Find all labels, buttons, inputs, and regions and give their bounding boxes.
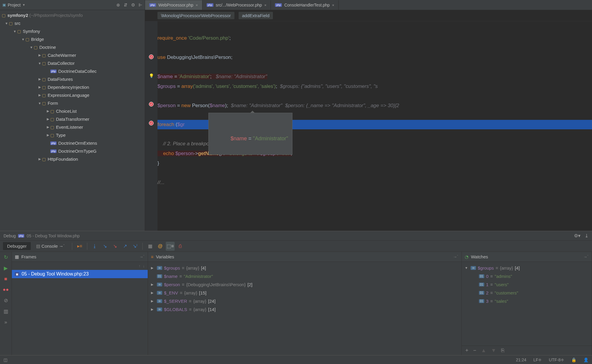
show-exec-point-icon[interactable]: ▸≡	[75, 242, 84, 251]
tab-debugger[interactable]: Debugger	[3, 242, 31, 250]
expand-arrow-icon[interactable]: ▼	[465, 266, 469, 270]
tree-arrow-icon[interactable]: ▼	[21, 38, 25, 41]
clipboard-icon[interactable]: ⎙	[176, 242, 185, 251]
more-icon[interactable]: »	[4, 319, 7, 325]
up-icon[interactable]: ▲	[481, 347, 486, 354]
tree-row[interactable]: ▼▢DataCollector	[0, 59, 145, 67]
step-out-icon[interactable]: ↗	[120, 242, 129, 251]
line-ending[interactable]: LF≑	[533, 357, 542, 362]
view-breakpoints-icon[interactable]: ●●	[3, 287, 9, 293]
tree-arrow-icon[interactable]: ▼	[12, 30, 17, 33]
sort-icon[interactable]: ⬚≡	[166, 242, 175, 251]
tree-arrow-icon[interactable]: ▶	[46, 109, 50, 113]
expand-arrow-icon[interactable]: ▶	[151, 283, 155, 286]
tree-row[interactable]: ▶▢Type	[0, 131, 145, 139]
tree-row[interactable]: ▼▢Symfony	[0, 27, 145, 35]
add-watch-icon[interactable]: +	[465, 347, 469, 354]
step-over-icon[interactable]: ⭳	[90, 242, 99, 251]
gutter[interactable]: ✓ 💡 ✓ ✓	[145, 21, 157, 231]
frame-row[interactable]: ▣ 05 - Debug Tool Window.php:23	[12, 270, 148, 278]
variable-row[interactable]: 013 = "sales"	[465, 297, 589, 305]
close-icon[interactable]: ×	[332, 3, 334, 7]
editor-tab[interactable]: phpWebProcessor.php×	[145, 0, 202, 10]
remove-watch-icon[interactable]: −	[473, 347, 477, 354]
lock-icon[interactable]: 🔒	[571, 357, 576, 362]
tree-arrow-icon[interactable]: ▶	[46, 133, 50, 137]
variable-row[interactable]: ▶⁞≡$_SERVER = {array} [24]	[151, 297, 459, 305]
variable-row[interactable]: ▼⁞≡$groups = {array} [4]	[465, 264, 589, 272]
breadcrumb[interactable]: \Monolog\Processor\WebProcessor	[157, 12, 234, 19]
code-content[interactable]: require_once 'Code/Person.php'; use Debu…	[157, 21, 592, 231]
tree-row[interactable]: ▼▢Form	[0, 99, 145, 107]
tree-arrow-icon[interactable]: ▶	[37, 77, 42, 81]
bulb-icon[interactable]: 💡	[149, 73, 154, 78]
gear-icon[interactable]: ⚙▾	[574, 233, 580, 239]
expand-arrow-icon[interactable]: ▶	[151, 291, 155, 295]
tree-row[interactable]: phpDoctrineOrmTypeG	[0, 147, 145, 155]
chevron-down-icon[interactable]: ▼	[22, 3, 25, 7]
tree-arrow-icon[interactable]: ▶	[37, 157, 42, 161]
code-editor[interactable]: ✓ 💡 ✓ ✓ require_once 'Code/Person.php'; …	[145, 21, 592, 231]
run-to-cursor-icon[interactable]: ↘ᴵ	[131, 242, 139, 251]
tree-arrow-icon[interactable]: ▶	[37, 93, 42, 97]
tree-row[interactable]: ▶▢EventListener	[0, 123, 145, 131]
expand-arrow-icon[interactable]: ▶	[151, 266, 155, 270]
tree-row[interactable]: ▼▢src	[0, 19, 145, 27]
copy-icon[interactable]: ⎘	[501, 347, 504, 354]
tool-window-icon[interactable]: ◫	[4, 357, 7, 362]
pin-icon[interactable]: →˙	[583, 255, 589, 259]
tree-row[interactable]: ▶▢ExpressionLanguage	[0, 91, 145, 99]
force-step-into-icon[interactable]: ↘	[110, 242, 119, 251]
variable-row[interactable]: 011 = "users"	[465, 280, 589, 289]
variable-row[interactable]: 012 = "customers"	[465, 289, 589, 297]
variable-row[interactable]: 01$name = "Administrator"	[151, 272, 459, 280]
tree-arrow-icon[interactable]: ▼	[4, 22, 9, 25]
tree-row[interactable]: ▶▢DependencyInjection	[0, 83, 145, 91]
tree-row[interactable]: ▶▢HttpFoundation	[0, 155, 145, 163]
variable-row[interactable]: ▶⁞≡$groups = {array} [4]	[151, 264, 459, 272]
tree-arrow-icon[interactable]: ▶	[46, 125, 50, 129]
breakpoint-icon[interactable]: ✓	[149, 102, 154, 107]
pin-icon[interactable]: →˙	[139, 255, 145, 259]
variable-row[interactable]: ▶⁞≡$GLOBALS = {array} [14]	[151, 305, 459, 313]
frame-prev-icon[interactable]: ↑	[139, 264, 141, 268]
tree-arrow-icon[interactable]: ▼	[37, 62, 42, 65]
expand-arrow-icon[interactable]: ▶	[151, 299, 155, 303]
collapse-icon[interactable]: ⇵	[124, 2, 128, 8]
project-title[interactable]: Project	[8, 3, 21, 7]
expand-arrow-icon[interactable]: ▶	[151, 307, 155, 311]
breakpoint-icon[interactable]: ✓	[149, 54, 154, 59]
step-into-icon[interactable]: ↘	[100, 242, 109, 251]
editor-tab[interactable]: phpConsoleHandlerTest.php×	[271, 0, 339, 10]
caret-position[interactable]: 21:24	[516, 357, 526, 362]
stop-icon[interactable]: ■	[4, 276, 7, 282]
tree-row[interactable]: ▶▢ChoiceList	[0, 107, 145, 115]
hide-icon[interactable]: ⤓	[585, 233, 588, 239]
close-icon[interactable]: ×	[264, 3, 267, 7]
variable-row[interactable]: ▶⁞≡$_ENV = {array} [15]	[151, 289, 459, 297]
close-icon[interactable]: ×	[196, 3, 198, 7]
tree-row[interactable]: ▼▢Bridge	[0, 35, 145, 43]
tree-row[interactable]: ▶▢CacheWarmer	[0, 51, 145, 59]
pin-icon[interactable]: →˙	[453, 255, 459, 259]
evaluate-icon[interactable]: ▦	[146, 242, 155, 251]
breadcrumb[interactable]: addExtraField	[239, 12, 273, 19]
mute-breakpoints-icon[interactable]: ⊘	[4, 297, 8, 304]
resume-icon[interactable]: ▶	[4, 265, 8, 271]
tree-arrow-icon[interactable]: ▶	[46, 117, 50, 121]
at-icon[interactable]: @	[156, 242, 165, 251]
variable-row[interactable]: 010 = "admins"	[465, 272, 589, 280]
tree-row[interactable]: ▶▢DataTransformer	[0, 115, 145, 123]
variable-row[interactable]: ▶⁞≡$person = {Debugging\JetBrains\Person…	[151, 280, 459, 289]
tree-row[interactable]: phpDoctrineOrmExtens	[0, 139, 145, 147]
tab-console[interactable]: ▤ Console →˙	[32, 242, 69, 250]
tree-arrow-icon[interactable]: ▼	[29, 46, 34, 49]
project-tree[interactable]: ▢ symfony2 (~/PhpstormProjects/symfo ▼▢s…	[0, 10, 145, 231]
inspector-icon[interactable]: 👤	[583, 357, 588, 362]
encoding[interactable]: UTF-8≑	[549, 357, 564, 362]
hide-icon[interactable]: ⊩	[139, 2, 142, 8]
breakpoint-icon[interactable]: ✓	[149, 121, 154, 125]
tree-arrow-icon[interactable]: ▼	[37, 102, 42, 105]
tree-arrow-icon[interactable]: ▶	[37, 85, 42, 89]
tree-row[interactable]: ▼▢Doctrine	[0, 43, 145, 51]
